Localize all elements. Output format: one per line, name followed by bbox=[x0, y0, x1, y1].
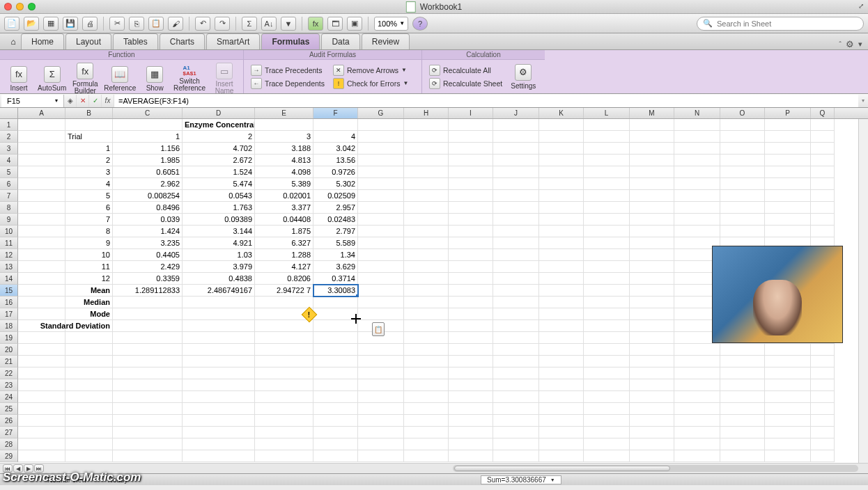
cell-P23[interactable] bbox=[765, 379, 811, 391]
cell-G26[interactable] bbox=[358, 415, 404, 427]
row-header[interactable]: 24 bbox=[0, 391, 18, 403]
cell-P1[interactable] bbox=[765, 119, 811, 131]
column-header-E[interactable]: E bbox=[255, 108, 313, 118]
column-header-P[interactable]: P bbox=[765, 108, 811, 118]
cell-J29[interactable] bbox=[493, 450, 539, 462]
cell-Q21[interactable] bbox=[811, 356, 835, 368]
cell-J2[interactable] bbox=[493, 131, 539, 143]
cell-B16[interactable]: Median bbox=[65, 297, 113, 308]
cell-D5[interactable]: 1.524 bbox=[183, 166, 255, 178]
cell-C26[interactable] bbox=[113, 415, 183, 427]
column-header-H[interactable]: H bbox=[404, 108, 449, 118]
cell-G28[interactable] bbox=[358, 438, 404, 450]
cell-B1[interactable] bbox=[65, 119, 113, 131]
check-errors-button[interactable]: ! Check for Errors ▼ bbox=[330, 77, 411, 90]
cell-O7[interactable] bbox=[720, 190, 765, 202]
remove-arrows-button[interactable]: ✕ Remove Arrows ▼ bbox=[330, 64, 411, 77]
cell-E12[interactable]: 1.288 bbox=[255, 249, 313, 261]
collapse-ribbon-icon[interactable]: ˆ bbox=[839, 40, 842, 49]
column-header-G[interactable]: G bbox=[358, 108, 404, 118]
cell-A21[interactable] bbox=[18, 356, 65, 368]
column-header-F[interactable]: F bbox=[313, 108, 358, 118]
cell-J5[interactable] bbox=[493, 166, 539, 178]
cell-I24[interactable] bbox=[449, 391, 493, 403]
tab-formulas[interactable]: Formulas bbox=[261, 33, 320, 49]
formula-builder-button[interactable]: fx Formula Builder bbox=[70, 61, 100, 96]
cell-J18[interactable] bbox=[493, 320, 539, 332]
cell-F25[interactable] bbox=[313, 403, 358, 415]
cell-B15[interactable]: Mean bbox=[65, 285, 113, 297]
cell-O24[interactable] bbox=[720, 391, 765, 403]
cell-P27[interactable] bbox=[765, 427, 811, 438]
cell-N25[interactable] bbox=[674, 403, 720, 415]
cell-F18[interactable] bbox=[313, 320, 358, 332]
cell-A2[interactable] bbox=[18, 131, 65, 143]
cell-J9[interactable] bbox=[493, 214, 539, 226]
cell-G15[interactable] bbox=[358, 285, 404, 297]
cell-H15[interactable] bbox=[404, 285, 449, 297]
cell-D1[interactable]: Enzyme Concentraiton Drops bbox=[183, 119, 255, 131]
cell-D14[interactable]: 0.4838 bbox=[183, 273, 255, 285]
cell-L26[interactable] bbox=[584, 415, 630, 427]
cell-A15[interactable] bbox=[18, 285, 65, 297]
cell-B21[interactable] bbox=[65, 356, 113, 368]
cell-K21[interactable] bbox=[539, 356, 584, 368]
cell-Q27[interactable] bbox=[811, 427, 835, 438]
cell-G1[interactable] bbox=[358, 119, 404, 131]
cell-I25[interactable] bbox=[449, 403, 493, 415]
cell-K14[interactable] bbox=[539, 273, 584, 285]
redo-button[interactable]: ↷ bbox=[215, 17, 230, 31]
cell-N28[interactable] bbox=[674, 438, 720, 450]
row-header[interactable]: 8 bbox=[0, 202, 18, 214]
cell-M22[interactable] bbox=[630, 368, 674, 379]
cell-E8[interactable]: 3.377 bbox=[255, 202, 313, 214]
cell-F24[interactable] bbox=[313, 391, 358, 403]
cell-D8[interactable]: 1.763 bbox=[183, 202, 255, 214]
cell-C27[interactable] bbox=[113, 427, 183, 438]
cell-D13[interactable]: 3.979 bbox=[183, 261, 255, 273]
cell-O28[interactable] bbox=[720, 438, 765, 450]
cell-O22[interactable] bbox=[720, 368, 765, 379]
cell-C17[interactable] bbox=[113, 308, 183, 320]
cell-D25[interactable] bbox=[183, 403, 255, 415]
cell-L17[interactable] bbox=[584, 308, 630, 320]
cell-I18[interactable] bbox=[449, 320, 493, 332]
cell-N10[interactable] bbox=[674, 226, 720, 237]
cell-H27[interactable] bbox=[404, 427, 449, 438]
cell-B23[interactable] bbox=[65, 379, 113, 391]
undo-button[interactable]: ↶ bbox=[195, 17, 210, 31]
cell-J24[interactable] bbox=[493, 391, 539, 403]
cell-N4[interactable] bbox=[674, 155, 720, 166]
cell-O1[interactable] bbox=[720, 119, 765, 131]
expand-icon[interactable]: ⤢ bbox=[858, 2, 864, 10]
cell-N29[interactable] bbox=[674, 450, 720, 462]
cell-B20[interactable] bbox=[65, 344, 113, 356]
cell-Q1[interactable] bbox=[811, 119, 835, 131]
cell-L7[interactable] bbox=[584, 190, 630, 202]
cell-D23[interactable] bbox=[183, 379, 255, 391]
cell-K24[interactable] bbox=[539, 391, 584, 403]
column-header-Q[interactable]: Q bbox=[811, 108, 835, 118]
cell-L15[interactable] bbox=[584, 285, 630, 297]
cell-M5[interactable] bbox=[630, 166, 674, 178]
cell-I6[interactable] bbox=[449, 178, 493, 190]
cell-N8[interactable] bbox=[674, 202, 720, 214]
cell-A29[interactable] bbox=[18, 450, 65, 462]
cell-M19[interactable] bbox=[630, 332, 674, 344]
row-header[interactable]: 18 bbox=[0, 320, 18, 332]
settings-gear-icon[interactable]: ⚙ bbox=[846, 39, 854, 49]
cell-A4[interactable] bbox=[18, 155, 65, 166]
column-header-B[interactable]: B bbox=[65, 108, 113, 118]
fx-formula-button[interactable]: fx bbox=[102, 95, 114, 107]
cell-I1[interactable] bbox=[449, 119, 493, 131]
tab-charts[interactable]: Charts bbox=[160, 33, 205, 49]
cell-B29[interactable] bbox=[65, 450, 113, 462]
cell-F20[interactable] bbox=[313, 344, 358, 356]
cell-L24[interactable] bbox=[584, 391, 630, 403]
cell-N27[interactable] bbox=[674, 427, 720, 438]
cell-E20[interactable] bbox=[255, 344, 313, 356]
cell-I9[interactable] bbox=[449, 214, 493, 226]
cell-I14[interactable] bbox=[449, 273, 493, 285]
cell-J20[interactable] bbox=[493, 344, 539, 356]
cell-L22[interactable] bbox=[584, 368, 630, 379]
